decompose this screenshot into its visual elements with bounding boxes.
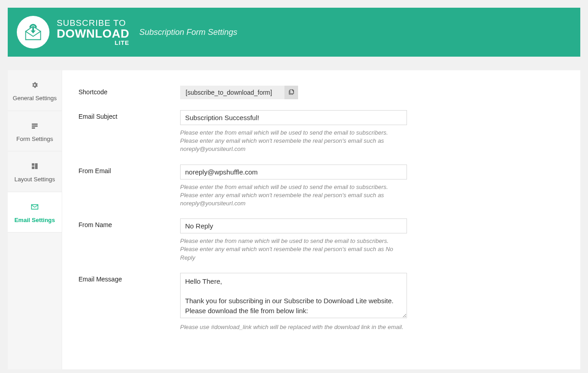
logo: SUBSCRIBE TO DOWNLOAD LITE [17, 16, 129, 48]
page-body: General Settings Form Settings Layout Se… [8, 70, 580, 369]
logo-line1: SUBSCRIBE TO [57, 19, 129, 28]
page-subtitle: Subscription Form Settings [139, 28, 237, 37]
tab-label: Form Settings [16, 136, 53, 142]
form-icon [10, 122, 59, 132]
row-shortcode: Shortcode [subscribe_to_download_form] [78, 86, 564, 99]
from-name-input[interactable] [180, 218, 407, 233]
sidebar: General Settings Form Settings Layout Se… [8, 70, 62, 369]
logo-line3: LITE [57, 40, 129, 46]
row-email-message: Email Message Please use #download_link … [78, 273, 564, 331]
label-from-email: From Email [78, 165, 180, 174]
copy-shortcode-button[interactable] [284, 86, 298, 99]
gear-icon [10, 81, 59, 91]
row-email-subject: Email Subject Please enter the from emai… [78, 110, 564, 154]
help-email-message: Please use #download_link which will be … [180, 323, 407, 331]
tab-layout-settings[interactable]: Layout Settings [8, 151, 62, 192]
label-shortcode: Shortcode [78, 86, 180, 96]
tab-label: Email Settings [15, 217, 55, 223]
logo-text: SUBSCRIBE TO DOWNLOAD LITE [57, 19, 129, 46]
label-email-subject: Email Subject [78, 110, 180, 120]
email-subject-input[interactable] [180, 110, 407, 125]
layout-icon [10, 162, 59, 172]
label-email-message: Email Message [78, 273, 180, 283]
label-from-name: From Name [78, 218, 180, 228]
from-email-input[interactable] [180, 165, 407, 179]
help-from-name: Please enter the from name which will be… [180, 237, 407, 262]
envelope-download-icon [23, 22, 43, 42]
tab-form-settings[interactable]: Form Settings [8, 111, 62, 152]
tab-label: General Settings [13, 95, 57, 102]
email-icon [10, 203, 59, 213]
row-from-name: From Name Please enter the from name whi… [78, 218, 564, 262]
logo-line2: DOWNLOAD [57, 28, 129, 40]
app-header: SUBSCRIBE TO DOWNLOAD LITE Subscription … [8, 8, 580, 57]
shortcode-value: [subscribe_to_download_form] [180, 86, 284, 99]
tab-general-settings[interactable]: General Settings [8, 70, 62, 111]
logo-badge [17, 16, 49, 48]
row-from-email: From Email Please enter the from email w… [78, 165, 564, 208]
help-email-subject: Please enter the from email which will b… [180, 129, 407, 154]
content-panel: Shortcode [subscribe_to_download_form] E… [62, 70, 580, 369]
tab-email-settings[interactable]: Email Settings [8, 192, 62, 233]
help-from-email: Please enter the from email which will b… [180, 183, 407, 208]
email-message-textarea[interactable] [180, 273, 407, 318]
tab-label: Layout Settings [15, 176, 55, 183]
clipboard-icon [288, 89, 294, 97]
